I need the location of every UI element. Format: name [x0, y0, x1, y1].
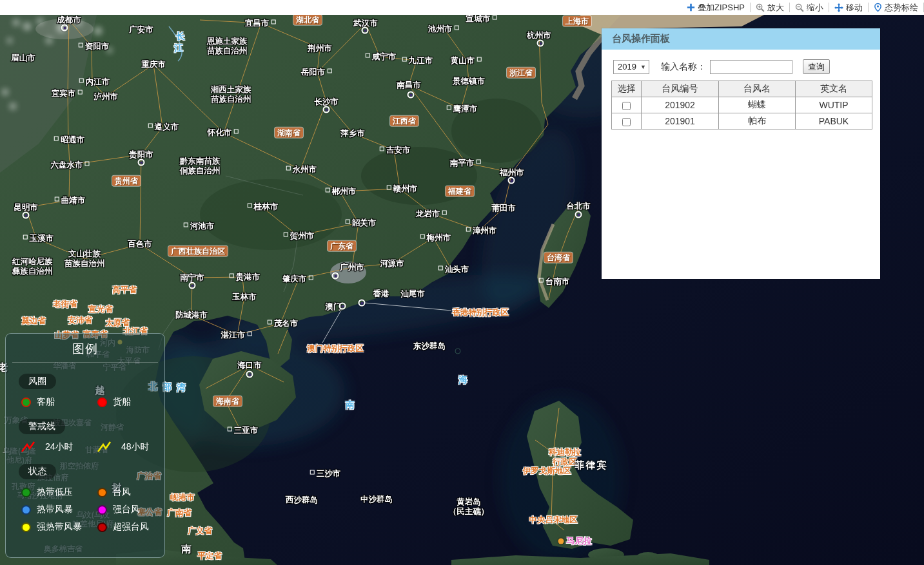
- legend-circle-swatch: [21, 488, 31, 497]
- legend-item-label: 热带风暴: [37, 504, 73, 515]
- header-select: 选择: [612, 81, 642, 97]
- zoom-out-button[interactable]: 缩小: [790, 2, 829, 14]
- legend-circle-swatch: [21, 505, 31, 515]
- legend-items: 热带低压台风热带风暴强台风强热带风暴超强台风: [21, 486, 164, 533]
- cell-typhoon-en: PABUK: [796, 113, 872, 129]
- legend-item: 48小时: [97, 441, 164, 453]
- legend-group: 风圈客船货船: [6, 374, 164, 408]
- cell-select: [612, 113, 642, 129]
- legend-item-label: 超强台风: [113, 521, 149, 533]
- chevron-down-icon: ▼: [640, 64, 646, 70]
- legend-item: 台风: [97, 486, 164, 498]
- legend-circle-swatch: [97, 522, 107, 532]
- top-toolbar: 叠加ZIPSHP 放大 缩小 移动 态势标绘: [0, 0, 924, 15]
- header-en: 英文名: [796, 81, 872, 97]
- legend-item-label: 24小时: [45, 441, 74, 453]
- year-select[interactable]: 2019 ▼: [613, 60, 649, 74]
- cell-typhoon-number: 201901: [642, 113, 719, 129]
- panel-title: 台风操作面板: [602, 28, 880, 50]
- overlay-zipshp-button[interactable]: 叠加ZIPSHP: [682, 2, 750, 14]
- typhoon-operation-panel: 台风操作面板 2019 ▼ 输入名称： 查询 选择 台风编号 台风名 英文名 2…: [602, 28, 880, 279]
- header-name: 台风名: [719, 81, 796, 97]
- legend-circle-swatch: [97, 505, 107, 515]
- move-icon: [834, 3, 843, 12]
- table-row: 201902蝴蝶WUTIP: [612, 97, 872, 113]
- table-header-row: 选择 台风编号 台风名 英文名: [612, 81, 872, 97]
- legend-item-label: 热带低压: [37, 486, 73, 498]
- pan-button[interactable]: 移动: [829, 2, 868, 14]
- legend-panel: 图例 风圈客船货船警戒线24小时48小时状态热带低压台风热带风暴强台风强热带风暴…: [5, 333, 165, 558]
- legend-item: 热带低压: [21, 486, 97, 498]
- legend-item: 客船: [21, 396, 97, 408]
- legend-items: 24小时48小时: [21, 441, 164, 453]
- legend-item-label: 客船: [37, 396, 55, 408]
- legend-circle-swatch: [21, 397, 31, 407]
- plus-icon: [687, 3, 695, 12]
- legend-group: 状态热带低压台风热带风暴强台风强热带风暴超强台风: [6, 464, 164, 533]
- row-checkbox[interactable]: [622, 118, 631, 126]
- typhoon-table-body: 201902蝴蝶WUTIP201901帕布PABUK: [612, 97, 872, 129]
- zoom-in-button[interactable]: 放大: [751, 2, 789, 14]
- legend-group-label: 状态: [19, 464, 56, 479]
- legend-title: 图例: [6, 341, 164, 358]
- legend-item: 热带风暴: [21, 504, 97, 515]
- year-select-value: 2019: [618, 62, 636, 72]
- legend-item-label: 强热带风暴: [37, 521, 82, 533]
- situation-plot-button[interactable]: 态势标绘: [869, 2, 923, 14]
- legend-items: 客船货船: [21, 396, 164, 408]
- legend-circle-swatch: [97, 488, 107, 497]
- typhoon-table: 选择 台风编号 台风名 英文名 201902蝴蝶WUTIP201901帕布PAB…: [611, 81, 872, 129]
- cell-typhoon-name: 帕布: [719, 113, 796, 129]
- name-input[interactable]: [710, 60, 792, 74]
- name-input-label: 输入名称：: [661, 61, 706, 73]
- legend-body: 风圈客船货船警戒线24小时48小时状态热带低压台风热带风暴强台风强热带风暴超强台…: [6, 374, 164, 533]
- legend-group-label: 警戒线: [19, 419, 65, 434]
- legend-line-swatch: [21, 441, 39, 453]
- legend-item-label: 48小时: [121, 441, 150, 453]
- legend-group: 警戒线24小时48小时: [6, 419, 164, 453]
- table-row: 201901帕布PABUK: [612, 113, 872, 129]
- legend-item: 强台风: [97, 504, 164, 515]
- legend-group-label: 风圈: [19, 374, 56, 389]
- legend-item-label: 强台风: [113, 504, 140, 515]
- zoom-out-icon: [795, 3, 804, 12]
- legend-divider: [12, 362, 158, 363]
- cell-typhoon-en: WUTIP: [796, 97, 872, 113]
- legend-circle-swatch: [21, 522, 31, 532]
- legend-item-label: 台风: [113, 486, 131, 498]
- legend-item: 货船: [97, 396, 164, 408]
- cell-typhoon-name: 蝴蝶: [719, 97, 796, 113]
- legend-item: 24小时: [21, 441, 97, 453]
- legend-item: 强热带风暴: [21, 521, 97, 533]
- cell-typhoon-number: 201902: [642, 97, 719, 113]
- zoom-in-icon: [756, 3, 765, 12]
- header-number: 台风编号: [642, 81, 719, 97]
- legend-item: 超强台风: [97, 521, 164, 533]
- cell-select: [612, 97, 642, 113]
- legend-item-label: 货船: [113, 396, 131, 408]
- legend-circle-swatch: [97, 397, 107, 407]
- query-button[interactable]: 查询: [803, 59, 830, 74]
- pin-icon: [874, 3, 882, 12]
- legend-line-swatch: [97, 441, 115, 453]
- row-checkbox[interactable]: [622, 102, 631, 110]
